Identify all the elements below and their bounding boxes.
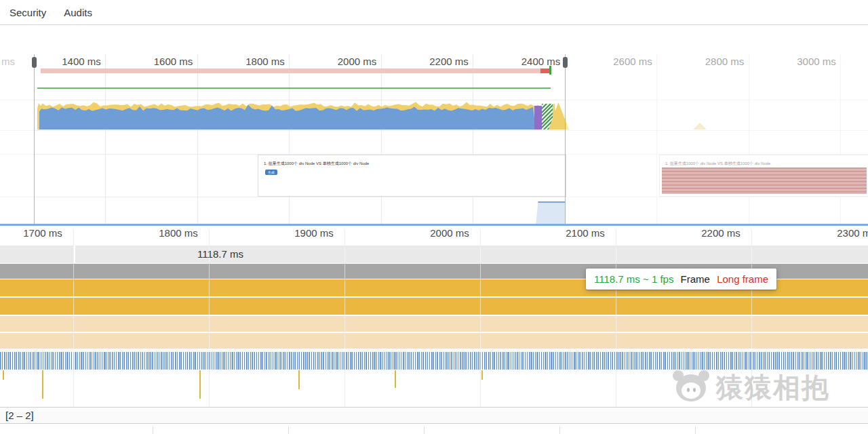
frames-track[interactable]: 1118.7 ms — [0, 245, 868, 263]
main-gridline — [209, 370, 210, 407]
cpu-usage-chart — [37, 102, 566, 130]
main-gridline — [480, 230, 481, 245]
column-separator — [288, 427, 289, 434]
screenshot-generate-button: 生成 — [265, 170, 277, 175]
scripting-bar[interactable] — [0, 298, 868, 315]
window-right-handle[interactable] — [563, 57, 568, 68]
activity-tick — [42, 370, 43, 399]
frame-tooltip: 1118.7 ms ~ 1 fps Frame Long frame — [586, 269, 776, 290]
main-gridline — [751, 245, 752, 370]
flame-chart[interactable]: 1700 ms1800 ms1900 ms2000 ms2100 ms2200 … — [0, 226, 868, 407]
screenshot-caption: 1. 批量生成1000个 div Node VS 单独生成1000个 div N… — [258, 155, 566, 167]
main-gridline — [616, 370, 616, 407]
frame-range-label: [2 – 2] — [5, 410, 34, 421]
tooltip-status: Long frame — [717, 273, 768, 285]
status-bar: [2 – 2] — [0, 407, 868, 424]
long-task-bar — [41, 68, 540, 73]
timeline-overview[interactable]: ms 1400 ms1600 ms1800 ms2000 ms2200 ms24… — [0, 54, 868, 224]
main-gridline — [344, 230, 345, 245]
main-gridline — [480, 245, 481, 370]
main-gridline — [73, 230, 74, 245]
main-ruler-label: 2300 ms — [837, 227, 868, 239]
main-gridline — [73, 245, 74, 370]
overview-dim-right — [566, 54, 868, 224]
activity-tick — [199, 370, 201, 399]
column-separator — [695, 427, 696, 434]
tooltip-duration: 1118.7 ms ~ 1 fps — [594, 273, 673, 285]
main-gridline — [751, 230, 752, 245]
main-gridline — [480, 370, 481, 407]
overview-ruler-label: 1400 ms — [62, 56, 101, 67]
main-gridline — [616, 245, 616, 370]
screenshot-thumbnail[interactable]: 1. 批量生成1000个 div Node VS 单独生成1000个 div N… — [258, 155, 566, 197]
devtools-tabbar: Security Audits — [0, 0, 868, 25]
script-child-bar[interactable] — [0, 316, 868, 332]
main-ruler-label: 2100 ms — [566, 227, 605, 239]
overview-ruler-label: 2000 ms — [338, 56, 377, 67]
fps-green-tick — [549, 66, 551, 75]
main-gridline — [209, 230, 210, 245]
overview-ruler-label: 1600 ms — [154, 56, 193, 67]
overview-ruler-label: 2200 ms — [429, 56, 469, 67]
dense-task-strip[interactable] — [0, 352, 868, 370]
frame-boundary — [74, 245, 75, 263]
devtools-performance-panel: Security Audits ms 1400 ms1600 ms1800 ms… — [0, 0, 868, 434]
activity-tick — [395, 370, 396, 388]
details-table-header — [0, 425, 868, 434]
main-ruler-label: 1900 ms — [294, 227, 334, 239]
tooltip-event-type: Frame — [681, 273, 710, 285]
main-gridline — [73, 370, 74, 407]
window-right-edge — [565, 54, 566, 224]
main-ruler-label: 1800 ms — [159, 227, 198, 239]
main-ruler-label: 2000 ms — [430, 227, 469, 239]
overview-gridline — [197, 54, 198, 224]
frame-duration-label: 1118.7 ms — [197, 248, 243, 260]
overview-gridline — [105, 54, 106, 224]
main-gridline — [344, 245, 345, 370]
main-gridline — [209, 245, 210, 370]
window-left-edge — [34, 54, 35, 224]
main-gridline — [344, 370, 345, 407]
main-gridline — [616, 230, 616, 245]
window-left-handle[interactable] — [32, 57, 37, 68]
overview-gridline — [289, 54, 290, 224]
tab-audits[interactable]: Audits — [64, 7, 92, 18]
overview-gridline — [381, 54, 382, 224]
tab-security[interactable]: Security — [9, 7, 46, 18]
overview-gridline — [473, 54, 473, 224]
watermark-text: 猿猿相抱 — [716, 369, 830, 406]
fps-line — [37, 87, 551, 89]
script-child-bar[interactable] — [0, 333, 868, 349]
overview-ruler-label: 1800 ms — [245, 56, 285, 67]
column-separator — [153, 427, 153, 434]
activity-tick — [481, 370, 483, 380]
overview-ruler-label: 2400 ms — [521, 56, 561, 67]
activity-tick — [3, 370, 4, 380]
activity-tick — [298, 370, 300, 389]
column-separator — [424, 427, 425, 434]
watermark: 猿猿相抱 — [673, 368, 868, 406]
main-ruler-label: 1700 ms — [23, 227, 62, 239]
overview-dim-left — [0, 54, 34, 224]
main-ruler-label: 2200 ms — [701, 227, 741, 239]
memory-step-chart — [536, 201, 566, 224]
monkey-logo-icon — [673, 370, 709, 404]
column-separator — [559, 427, 560, 434]
